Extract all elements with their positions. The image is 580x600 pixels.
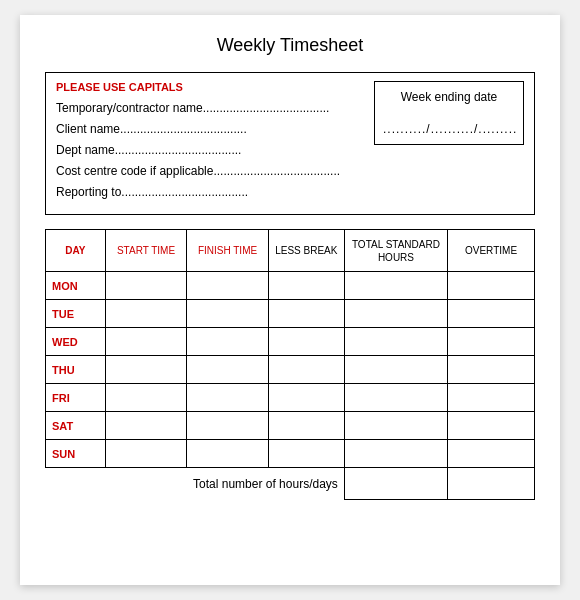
header-total-hours: TOTAL STANDARD HOURS — [344, 230, 447, 272]
day-label-sun: SUN — [46, 440, 106, 468]
day-label-thu: THU — [46, 356, 106, 384]
timesheet-table: DAY START TIME FINISH TIME LESS BREAK TO… — [45, 229, 535, 500]
total-cell-thu[interactable] — [344, 356, 447, 384]
less-cell-sun[interactable] — [268, 440, 344, 468]
finish-cell-fri[interactable] — [187, 384, 269, 412]
less-cell-sat[interactable] — [268, 412, 344, 440]
start-cell-wed[interactable] — [105, 328, 187, 356]
table-row: WED — [46, 328, 535, 356]
overtime-cell-wed[interactable] — [448, 328, 535, 356]
overtime-cell-mon[interactable] — [448, 272, 535, 300]
total-cell-sun[interactable] — [344, 440, 447, 468]
total-cell-sat[interactable] — [344, 412, 447, 440]
header-less-break: LESS BREAK — [268, 230, 344, 272]
start-cell-mon[interactable] — [105, 272, 187, 300]
finish-cell-thu[interactable] — [187, 356, 269, 384]
week-ending-label: Week ending date — [383, 90, 515, 104]
info-header: PLEASE USE CAPITALS — [56, 81, 359, 93]
overtime-cell-sat[interactable] — [448, 412, 535, 440]
header-finish-time: FINISH TIME — [187, 230, 269, 272]
less-cell-wed[interactable] — [268, 328, 344, 356]
start-cell-sat[interactable] — [105, 412, 187, 440]
less-cell-tue[interactable] — [268, 300, 344, 328]
field-dept: Dept name...............................… — [56, 143, 359, 157]
week-ending-box: Week ending date ........../........../.… — [374, 81, 524, 145]
overtime-cell-thu[interactable] — [448, 356, 535, 384]
overtime-cell-fri[interactable] — [448, 384, 535, 412]
day-label-sat: SAT — [46, 412, 106, 440]
finish-cell-wed[interactable] — [187, 328, 269, 356]
total-cell-wed[interactable] — [344, 328, 447, 356]
week-ending-date: ........../........../......... — [383, 122, 515, 136]
table-row: TUE — [46, 300, 535, 328]
field-client: Client name.............................… — [56, 122, 359, 136]
finish-cell-sat[interactable] — [187, 412, 269, 440]
start-cell-sun[interactable] — [105, 440, 187, 468]
start-cell-thu[interactable] — [105, 356, 187, 384]
start-cell-fri[interactable] — [105, 384, 187, 412]
table-row: MON — [46, 272, 535, 300]
timesheet-page: Weekly Timesheet PLEASE USE CAPITALS Tem… — [20, 15, 560, 585]
start-cell-tue[interactable] — [105, 300, 187, 328]
header-day: DAY — [46, 230, 106, 272]
day-label-fri: FRI — [46, 384, 106, 412]
less-cell-mon[interactable] — [268, 272, 344, 300]
table-row: SAT — [46, 412, 535, 440]
total-cell-fri[interactable] — [344, 384, 447, 412]
header-start-time: START TIME — [105, 230, 187, 272]
field-cost-centre: Cost centre code if applicable..........… — [56, 164, 359, 178]
table-row: FRI — [46, 384, 535, 412]
finish-cell-tue[interactable] — [187, 300, 269, 328]
finish-cell-mon[interactable] — [187, 272, 269, 300]
table-row: SUN — [46, 440, 535, 468]
total-cell-tue[interactable] — [344, 300, 447, 328]
overtime-cell-sun[interactable] — [448, 440, 535, 468]
info-box: PLEASE USE CAPITALS Temporary/contractor… — [45, 72, 535, 215]
finish-cell-sun[interactable] — [187, 440, 269, 468]
day-label-mon: MON — [46, 272, 106, 300]
total-hours-cell[interactable] — [344, 468, 447, 500]
field-reporting: Reporting to............................… — [56, 185, 359, 199]
total-label: Total number of hours/days — [46, 468, 345, 500]
overtime-cell-tue[interactable] — [448, 300, 535, 328]
total-overtime-cell[interactable] — [448, 468, 535, 500]
info-left: PLEASE USE CAPITALS Temporary/contractor… — [56, 81, 359, 206]
less-cell-thu[interactable] — [268, 356, 344, 384]
page-title: Weekly Timesheet — [45, 35, 535, 56]
less-cell-fri[interactable] — [268, 384, 344, 412]
table-row: THU — [46, 356, 535, 384]
day-label-wed: WED — [46, 328, 106, 356]
day-label-tue: TUE — [46, 300, 106, 328]
field-contractor: Temporary/contractor name...............… — [56, 101, 359, 115]
total-cell-mon[interactable] — [344, 272, 447, 300]
header-overtime: OVERTIME — [448, 230, 535, 272]
